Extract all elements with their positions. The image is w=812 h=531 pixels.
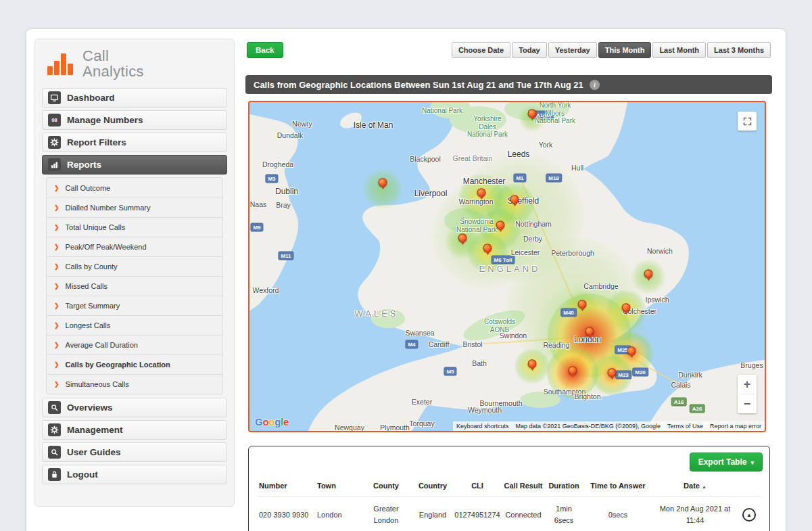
- map-pin[interactable]: [496, 221, 505, 229]
- submenu-item-label: Call Outcome: [66, 184, 111, 192]
- sidebar-item-dashboard[interactable]: Dashboard: [42, 88, 227, 108]
- map-pin[interactable]: [458, 233, 467, 242]
- submenu-item-calls-by-county[interactable]: ❯Calls by County: [47, 256, 222, 276]
- sidebar-item-manage-numbers[interactable]: 08Manage Numbers: [42, 110, 227, 130]
- sidebar-item-report-filters[interactable]: Report Filters: [42, 133, 227, 152]
- map-pin[interactable]: [644, 269, 653, 278]
- sidebar-item-overviews[interactable]: Overviews: [42, 398, 227, 417]
- column-header-country[interactable]: Country: [413, 478, 452, 497]
- sidebar-item-label: Dashboard: [67, 93, 115, 103]
- filter-today[interactable]: Today: [512, 42, 547, 58]
- attribution-link-terms-of-use[interactable]: Terms of Use: [664, 421, 707, 431]
- cell-cli: 01274951274: [452, 497, 502, 531]
- chevron-right-icon: ❯: [54, 185, 59, 191]
- submenu-item-total-unique-calls[interactable]: ❯Total Unique Calls: [47, 217, 222, 237]
- map-pin[interactable]: [608, 368, 617, 377]
- submenu-item-longest-calls[interactable]: ❯Longest Calls: [47, 315, 222, 335]
- row-expand-button[interactable]: ▲: [742, 508, 756, 522]
- attribution-link-report-a-map-error[interactable]: Report a map error: [707, 421, 765, 431]
- attribution-link-keyboard-shortcuts[interactable]: Keyboard shortcuts: [453, 421, 512, 431]
- map-pin[interactable]: [578, 300, 587, 308]
- caret-down-icon: ▾: [750, 459, 754, 466]
- map-base-layer: [249, 102, 765, 431]
- column-header-town[interactable]: Town: [316, 478, 359, 497]
- submenu-item-dialled-number-summary[interactable]: ❯Dialled Number Summary: [47, 198, 222, 217]
- sidebar-item-logout[interactable]: Logout: [42, 465, 227, 484]
- zoom-control: + −: [738, 375, 757, 413]
- sidebar-item-label: Overviews: [67, 402, 113, 413]
- column-header-actions: [738, 478, 761, 497]
- magnifier-icon: [48, 401, 61, 414]
- sidebar-item-user-guides[interactable]: User Guides: [42, 442, 227, 462]
- submenu-item-simultaneous-calls[interactable]: ❯Simultaneous Calls: [47, 374, 222, 394]
- chevron-right-icon: ❯: [54, 224, 59, 231]
- map-pin[interactable]: [622, 303, 631, 312]
- column-header-time-to-answer[interactable]: Time to Answer: [583, 478, 652, 497]
- sort-ascending-icon: ▲: [702, 484, 707, 489]
- submenu-item-label: Peak/Off Peak/Weekend: [66, 243, 147, 251]
- column-header-cli[interactable]: CLI: [452, 478, 502, 497]
- fullscreen-icon: [742, 116, 753, 126]
- cell-call_result: Connected: [502, 497, 544, 531]
- map-pin[interactable]: [379, 178, 387, 187]
- map-pin[interactable]: [528, 109, 537, 118]
- column-header-call-result[interactable]: Call Result: [502, 478, 544, 497]
- filter-last-3-months[interactable]: Last 3 Months: [707, 42, 771, 58]
- submenu-item-label: Total Unique Calls: [66, 223, 126, 231]
- chevron-right-icon: ❯: [54, 361, 59, 368]
- map-data-text: Map data ©2021 GeoBasis-DE/BKG (©2009), …: [512, 421, 664, 431]
- fullscreen-button[interactable]: [738, 112, 757, 131]
- sidebar-item-management[interactable]: Management: [42, 420, 227, 440]
- table-row: 020 3930 9930LondonGreater LondonEngland…: [258, 497, 761, 531]
- submenu-item-peak-off-peak-weekend[interactable]: ❯Peak/Off Peak/Weekend: [47, 237, 222, 256]
- cell-actions: ▲: [738, 497, 761, 531]
- chevron-right-icon: ❯: [54, 283, 59, 290]
- column-header-duration[interactable]: Duration: [544, 478, 583, 497]
- column-header-county[interactable]: County: [359, 478, 413, 497]
- reports-submenu: ❯Call Outcome❯Dialled Number Summary❯Tot…: [46, 177, 223, 394]
- map-pin[interactable]: [477, 188, 486, 197]
- filter-choose-date[interactable]: Choose Date: [452, 42, 510, 58]
- submenu-item-label: Dialled Number Summary: [66, 204, 151, 212]
- cell-county: Greater London: [359, 497, 413, 531]
- map-pin[interactable]: [528, 359, 537, 368]
- submenu-item-call-outcome[interactable]: ❯Call Outcome: [47, 178, 222, 198]
- submenu-item-missed-calls[interactable]: ❯Missed Calls: [47, 276, 222, 296]
- map-pin[interactable]: [510, 195, 519, 204]
- chevron-right-icon: ❯: [54, 322, 59, 329]
- map-pin[interactable]: [483, 244, 492, 252]
- zoom-in-button[interactable]: +: [738, 375, 757, 394]
- map-pin[interactable]: [627, 346, 636, 355]
- submenu-item-label: Longest Calls: [66, 321, 111, 329]
- google-map[interactable]: A1(M)M1M18M3M9M11M6 TollM40M4M5M25M23M20…: [249, 102, 765, 431]
- submenu-item-label: Target Summary: [66, 302, 120, 310]
- cell-number: 020 3930 9930: [258, 497, 316, 531]
- map-pin[interactable]: [586, 327, 594, 336]
- app-title: Call Analytics: [82, 48, 144, 79]
- zoom-out-button[interactable]: −: [738, 394, 757, 413]
- sidebar-item-label: User Guides: [67, 447, 121, 457]
- cell-time_to_answer: 0secs: [583, 497, 652, 531]
- submenu-item-calls-by-geographic-location[interactable]: ❯Calls by Geographic Location: [47, 354, 222, 374]
- sidebar-item-reports[interactable]: Reports: [42, 155, 227, 175]
- info-icon[interactable]: i: [590, 80, 600, 90]
- submenu-item-target-summary[interactable]: ❯Target Summary: [47, 296, 222, 315]
- filter-this-month[interactable]: This Month: [598, 42, 652, 58]
- submenu-item-label: Calls by Geographic Location: [66, 361, 170, 369]
- report-title: Calls from Geographic Locations Between …: [254, 80, 583, 90]
- back-button[interactable]: Back: [247, 42, 283, 58]
- magnifier-icon: [48, 446, 61, 459]
- monitor-icon: [48, 91, 61, 104]
- chevron-right-icon: ❯: [54, 204, 59, 211]
- date-filter-group: Choose DateTodayYesterdayThis MonthLast …: [452, 42, 771, 58]
- sidebar-bottom-menu: OverviewsManagementUser GuidesLogout: [35, 398, 234, 484]
- filter-last-month[interactable]: Last Month: [652, 42, 706, 58]
- filter-yesterday[interactable]: Yesterday: [548, 42, 597, 58]
- export-table-label: Export Table: [698, 457, 747, 467]
- export-table-button[interactable]: Export Table▾: [690, 453, 763, 471]
- column-header-number[interactable]: Number: [258, 478, 316, 497]
- column-header-date[interactable]: Date▲: [652, 478, 738, 497]
- map-pin[interactable]: [569, 366, 577, 375]
- calls-table: NumberTownCountyCountryCLICall ResultDur…: [258, 478, 761, 531]
- submenu-item-average-call-duration[interactable]: ❯Average Call Duration: [47, 335, 222, 354]
